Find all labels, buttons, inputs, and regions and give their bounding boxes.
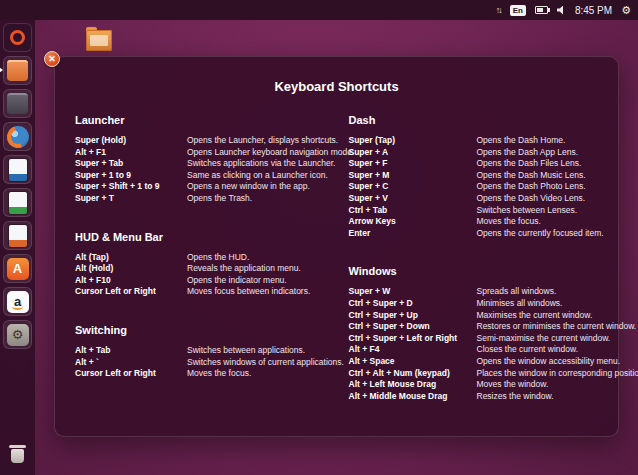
ubuntu-dash-icon [10,30,25,45]
shortcut-row: Alt + F10Opens the indicator menu. [75,275,329,287]
shortcut-row: Super (Hold)Opens the Launcher, displays… [75,135,329,147]
shortcut-desc: Opens the currently focused item. [477,228,604,240]
shortcut-section: LauncherSuper (Hold)Opens the Launcher, … [75,114,329,205]
shortcut-desc: Switches applications via the Launcher. [187,158,335,170]
section-title: Windows [349,265,603,277]
shortcut-row: Arrow KeysMoves the focus. [349,216,603,228]
shortcut-desc: Opens the Dash Files Lens. [477,158,603,170]
indicator-tray: ↑↓ En 8:45 PM ⚙ [496,5,638,16]
shortcut-key: Alt (Tap) [75,252,179,264]
shortcut-row: Ctrl + TabSwitches between Lenses. [349,205,603,217]
shortcut-row: Super + TOpens the Trash. [75,193,329,205]
launcher-item-impress[interactable] [3,221,32,250]
shortcut-desc: Minimises all windows. [477,298,603,310]
launcher-item-files[interactable] [3,56,32,85]
shortcut-row: Alt + TabSwitches between applications. [75,345,329,357]
close-button[interactable]: ✕ [44,51,60,67]
shortcut-key: Super + W [349,286,469,298]
shortcut-desc: Semi-maximise the current window. [477,333,611,345]
launcher-item-writer[interactable] [3,155,32,184]
shortcut-row: Ctrl + Super + UpMaximises the current w… [349,310,603,322]
shortcut-desc: Same as clicking on a Launcher icon. [187,170,329,182]
shortcut-desc: Opens the window accessibility menu. [477,356,621,368]
trash-icon [11,449,24,463]
shortcut-key: Alt + F4 [349,344,469,356]
launcher-item-settings[interactable]: ⚙ [3,320,32,349]
launcher-item-archive[interactable] [3,89,32,118]
session-indicator[interactable]: ⚙ [621,5,631,16]
shortcut-row: Alt + Middle Mouse DragResizes the windo… [349,391,603,403]
top-panel: ↑↓ En 8:45 PM ⚙ [0,0,638,20]
session-gear-icon: ⚙ [621,5,631,16]
battery-indicator[interactable] [535,6,548,14]
launcher-item-firefox[interactable] [3,122,32,151]
folder-inner [90,35,108,46]
shortcut-row: Ctrl + Super + DownRestores or minimises… [349,321,603,333]
shortcut-desc: Spreads all windows. [477,286,603,298]
shortcut-row: Alt + SpaceOpens the window accessibilit… [349,356,603,368]
shortcut-desc: Opens a new window in the app. [187,181,329,193]
amazon-icon: a [7,291,29,313]
shortcut-row: Alt + `Switches windows of current appli… [75,357,329,369]
shortcut-row: Super + COpens the Dash Photo Lens. [349,181,603,193]
network-arrows-icon: ↑↓ [496,5,501,15]
keyboard-layout-indicator[interactable]: En [510,5,526,16]
shortcut-desc: Moves the focus. [187,368,329,380]
launcher-item-amazon[interactable]: a [3,287,32,316]
shortcut-key: Ctrl + Super + D [349,298,469,310]
shortcut-key: Super + C [349,181,469,193]
clock-indicator[interactable]: 8:45 PM [575,5,612,16]
shortcut-key: Ctrl + Super + Up [349,310,469,322]
shortcut-key: Alt + Tab [75,345,179,357]
shortcut-desc: Maximises the current window. [477,310,603,322]
shortcut-key: Cursor Left or Right [75,368,179,380]
shortcut-key: Ctrl + Tab [349,205,469,217]
section-title: HUD & Menu Bar [75,231,329,243]
shortcut-desc: Switches between applications. [187,345,329,357]
sound-indicator[interactable] [557,6,566,15]
shortcut-desc: Switches between Lenses. [477,205,603,217]
launcher-item-trash[interactable] [3,441,32,470]
firefox-icon [7,126,29,148]
shortcut-section: WindowsSuper + WSpreads all windows.Ctrl… [349,265,603,402]
shortcut-key: Alt + F10 [75,275,179,287]
shortcut-desc: Opens the Dash Music Lens. [477,170,603,182]
shortcut-key: Super + F [349,158,469,170]
shortcut-row: Super + AOpens the Dash App Lens. [349,147,603,159]
shortcut-row: Ctrl + Alt + Num (keypad)Places the wind… [349,368,603,380]
shortcut-row: Super + TabSwitches applications via the… [75,158,329,170]
desktop-folder-icon[interactable] [86,30,112,51]
desktop: ↑↓ En 8:45 PM ⚙ [0,0,638,475]
shortcut-row: Super + FOpens the Dash Files Lens. [349,158,603,170]
shortcut-key: Super (Hold) [75,135,179,147]
shortcut-key: Super + M [349,170,469,182]
shortcut-desc: Closes the current window. [477,344,603,356]
launcher-item-dash-home[interactable] [3,23,32,52]
shortcut-section: HUD & Menu BarAlt (Tap)Opens the HUD.Alt… [75,231,329,298]
shortcut-key: Alt + Middle Mouse Drag [349,391,469,403]
shortcut-key: Ctrl + Super + Left or Right [349,333,469,345]
battery-icon [535,6,548,14]
impress-presentation-icon [9,225,27,247]
shortcut-desc: Opens Launcher keyboard navigation mode. [187,147,354,159]
shortcut-desc: Opens the Dash Home. [477,135,603,147]
launcher-item-calc[interactable] [3,188,32,217]
shortcut-row: Super + WSpreads all windows. [349,286,603,298]
shortcut-key: Super + A [349,147,469,159]
shortcut-key: Ctrl + Super + Down [349,321,469,333]
network-indicator[interactable]: ↑↓ [496,5,501,15]
shortcut-row: Super (Tap)Opens the Dash Home. [349,135,603,147]
settings-gear-icon: ⚙ [7,324,29,346]
dialog-title: Keyboard Shortcuts [55,57,618,94]
shortcut-desc: Opens the indicator menu. [187,275,329,287]
shortcut-key: Super + Shift + 1 to 9 [75,181,179,193]
shortcut-key: Super + 1 to 9 [75,170,179,182]
shortcut-key: Alt + Left Mouse Drag [349,379,469,391]
shortcut-desc: Opens the Dash Photo Lens. [477,181,603,193]
shortcut-row: Alt (Hold)Reveals the application menu. [75,263,329,275]
shortcut-desc: Opens the Dash Video Lens. [477,193,603,205]
shortcut-row: Alt + F4Closes the current window. [349,344,603,356]
keyboard-shortcuts-dialog: ✕ Keyboard Shortcuts LauncherSuper (Hold… [54,56,619,437]
archive-icon [7,93,28,114]
launcher-item-software-center[interactable]: A [3,254,32,283]
